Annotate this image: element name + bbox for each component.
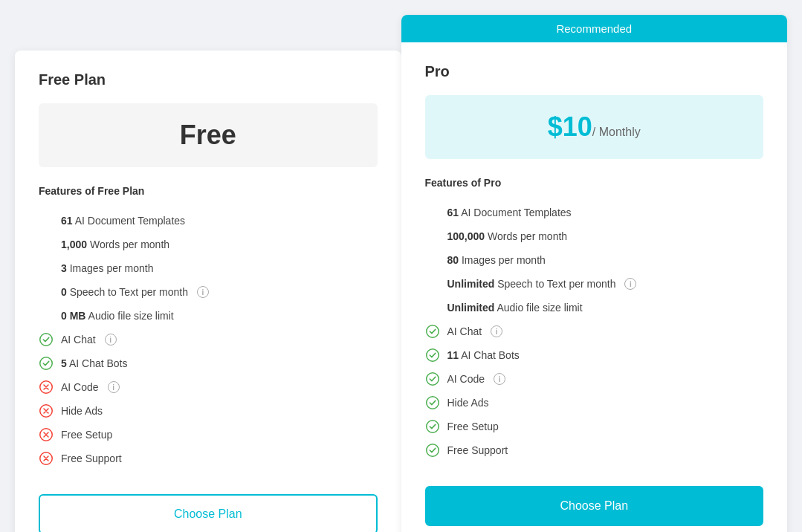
free-plan-name: Free Plan <box>39 71 378 88</box>
x-icon <box>39 451 54 466</box>
check-icon <box>425 372 440 386</box>
free-plan-card: Free Plan Free Features of Free Plan 61 … <box>15 51 401 532</box>
list-item: 0 MB Audio file size limit <box>39 304 378 328</box>
feature-bold: 0 MB <box>61 310 85 322</box>
feature-text: Free Support <box>447 444 508 456</box>
list-item: 3 Images per month <box>39 256 378 280</box>
feature-bold: 11 <box>447 349 459 361</box>
feature-bold: 5 <box>61 357 67 369</box>
free-plan-body: Free Plan Free Features of Free Plan 61 … <box>15 51 401 532</box>
list-item: 5 AI Chat Bots <box>39 351 378 375</box>
svg-point-11 <box>426 444 439 457</box>
feature-text: 0 MB Audio file size limit <box>61 310 174 322</box>
list-item: 100,000 Words per month <box>425 224 764 248</box>
spacer-icon <box>39 261 54 276</box>
feature-bold: 80 <box>447 254 459 266</box>
list-item: Free Setup <box>39 423 378 447</box>
feature-text: 1,000 Words per month <box>61 239 169 250</box>
feature-bold: 1,000 <box>61 239 87 250</box>
list-item: 1,000 Words per month <box>39 233 378 256</box>
check-icon <box>425 419 440 434</box>
feature-text: AI Chat <box>447 325 482 337</box>
feature-bold: 61 <box>61 215 73 227</box>
feature-text: AI Code <box>61 381 99 393</box>
list-item: AI Code i <box>39 375 378 399</box>
feature-text: Free Support <box>61 452 122 464</box>
free-price-box: Free <box>39 103 378 167</box>
svg-point-0 <box>40 334 53 346</box>
feature-text: Free Setup <box>447 421 499 432</box>
pro-plan-name: Pro <box>425 63 764 80</box>
info-icon[interactable]: i <box>624 278 636 290</box>
feature-text: 80 Images per month <box>447 254 546 266</box>
list-item: 0 Speech to Text per month i <box>39 280 378 304</box>
feature-bold: Unlimited <box>447 278 495 290</box>
list-item: Unlimited Audio file size limit <box>425 296 764 319</box>
svg-point-8 <box>426 373 439 386</box>
feature-text: AI Chat <box>61 334 96 346</box>
x-icon <box>39 403 54 418</box>
svg-point-9 <box>426 397 439 409</box>
check-icon <box>425 348 440 363</box>
list-item: Unlimited Speech to Text per month i <box>425 272 764 296</box>
feature-text: Hide Ads <box>447 397 489 409</box>
feature-bold: 0 <box>61 286 67 298</box>
pro-choose-plan-button[interactable]: Choose Plan <box>425 486 764 526</box>
info-icon[interactable]: i <box>494 373 505 385</box>
free-choose-plan-button[interactable]: Choose Plan <box>39 494 378 532</box>
svg-point-1 <box>40 357 53 370</box>
pro-price-box: $10/ Monthly <box>425 95 764 159</box>
check-icon <box>425 395 440 410</box>
list-item: Hide Ads <box>39 399 378 423</box>
feature-text: Unlimited Speech to Text per month <box>447 278 616 290</box>
list-item: AI Code i <box>425 367 764 391</box>
feature-text: 61 AI Document Templates <box>447 207 572 218</box>
feature-text: 61 AI Document Templates <box>61 215 185 227</box>
info-icon[interactable]: i <box>108 381 120 393</box>
feature-text: Unlimited Audio file size limit <box>447 302 583 314</box>
pro-price-value: $10/ Monthly <box>548 111 641 142</box>
recommended-banner: Recommended <box>401 15 788 42</box>
check-icon <box>39 356 54 371</box>
list-item: Free Setup <box>425 415 764 438</box>
x-icon <box>39 380 54 395</box>
pro-price-period: / Monthly <box>592 126 641 138</box>
feature-text: AI Code <box>447 373 485 385</box>
feature-text: Hide Ads <box>61 405 103 417</box>
check-icon <box>425 443 440 458</box>
spacer-icon <box>425 253 440 267</box>
list-item: 80 Images per month <box>425 248 764 272</box>
feature-text: 0 Speech to Text per month <box>61 286 188 298</box>
feature-bold: Unlimited <box>447 302 495 314</box>
pro-features-title: Features of Pro <box>425 177 764 189</box>
spacer-icon <box>425 276 440 291</box>
svg-point-6 <box>426 325 439 338</box>
x-icon <box>39 427 54 442</box>
plans-container: Free Plan Free Features of Free Plan 61 … <box>15 15 787 532</box>
spacer-icon <box>425 205 440 220</box>
pro-plan-body: Pro $10/ Monthly Features of Pro 61 AI D… <box>401 42 788 532</box>
free-price-label: Free <box>180 120 236 150</box>
svg-point-7 <box>426 349 439 362</box>
spacer-icon <box>39 308 54 323</box>
list-item: AI Chat i <box>425 319 764 343</box>
list-item: Hide Ads <box>425 391 764 415</box>
info-icon[interactable]: i <box>491 325 502 337</box>
list-item: 61 AI Document Templates <box>39 209 378 233</box>
svg-point-10 <box>426 421 439 433</box>
feature-bold: 100,000 <box>447 230 485 242</box>
list-item: 11 AI Chat Bots <box>425 343 764 367</box>
spacer-icon <box>425 300 440 315</box>
check-icon <box>39 332 54 347</box>
pro-plan-card: Recommended Pro $10/ Monthly Features of… <box>401 15 788 532</box>
spacer-icon <box>39 237 54 252</box>
spacer-icon <box>39 213 54 228</box>
list-item: Free Support <box>39 447 378 470</box>
info-icon[interactable]: i <box>105 334 117 346</box>
list-item: 61 AI Document Templates <box>425 201 764 224</box>
info-icon[interactable]: i <box>197 286 209 298</box>
feature-text: 5 AI Chat Bots <box>61 357 128 369</box>
pro-price-amount: $10 <box>548 111 592 142</box>
feature-text: 11 AI Chat Bots <box>447 349 520 361</box>
feature-text: Free Setup <box>61 429 112 441</box>
